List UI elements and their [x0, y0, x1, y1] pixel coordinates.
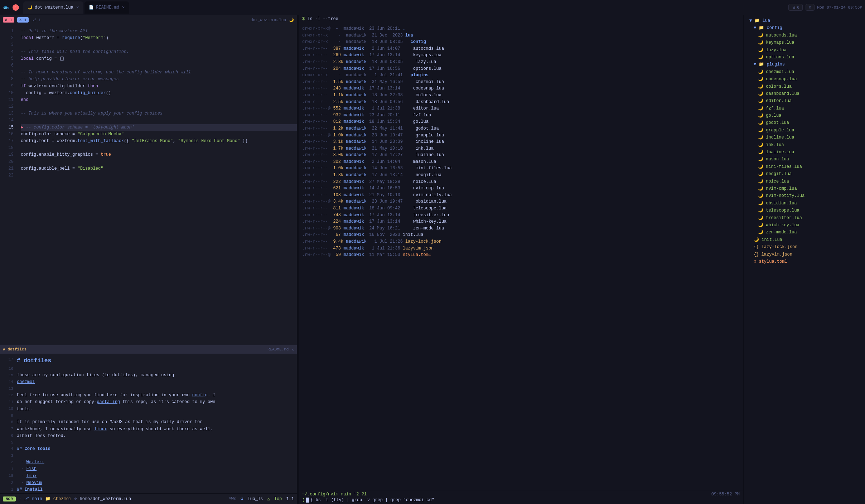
markdown-close-icon[interactable]: ✕	[291, 347, 294, 352]
tree-item-neogit[interactable]: 🌙 neogit.lua	[744, 170, 865, 178]
tree-item-editor[interactable]: 🌙 editor.lua	[744, 97, 865, 105]
terminal-header: $ ls -l --tree	[299, 15, 743, 23]
ls-line-obsidian: .rw-r--r--@ 3.4k maddawik 23 Jun 19:47 o…	[302, 198, 740, 205]
md-line-7: work/home, I occasionally use linux so e…	[17, 426, 293, 433]
tree-item-ink[interactable]: 🌙 ink.lua	[744, 141, 865, 149]
tab-dot-wezterm[interactable]: 🌙 dot_wezterm.lua ✕	[23, 1, 83, 14]
code-line-5: local config = {}	[21, 55, 297, 62]
md-line-5	[17, 440, 293, 446]
tree-item-mason[interactable]: 🌙 mason.lua	[744, 156, 865, 163]
md-line-13	[17, 386, 293, 392]
tab-bar-right: 🖥 0 ⚙ Mon 07/01/24 09:56P	[788, 4, 862, 11]
monitor-count: 0	[797, 5, 799, 10]
tab-bar: 🐟 1 🌙 dot_wezterm.lua ✕ 📄 README.md ✕ 🖥 …	[0, 0, 865, 15]
ls-line-nvim-notify: .rw-r--r-- 108 maddawik 21 May 10:10 nvi…	[302, 192, 740, 199]
tree-item-obsidian[interactable]: 🌙 obsidian.lua	[744, 200, 865, 207]
terminal-prompt-display: $	[302, 16, 307, 21]
tree-item-config[interactable]: ▼ 📁 config	[744, 24, 865, 32]
ls-line-which-key: .rw-r--r-- 224 maddawik 17 Jun 13:14 whi…	[302, 218, 740, 225]
tree-item-chezmoi-lua[interactable]: 🌙 chezmoi.lua	[744, 68, 865, 76]
datetime-display: Mon 07/01/24 09:56P	[817, 5, 862, 10]
bottom-command: { bs -t (tty) | grep -v grep | grep "che…	[310, 498, 434, 503]
markdown-pane: # dotfiles README.md ✕ 17 # dotfiles 16 …	[0, 345, 297, 493]
tab-close-readme[interactable]: ✕	[122, 5, 125, 10]
ls-line-plugins-dir: drwxr-xr-x - maddawik 1 Jul 21:41 plugin…	[302, 72, 740, 79]
editor-file-info: dot_wezterm.lua 🌙	[251, 18, 294, 22]
code-line-2: local wezterm = require("wezterm")	[21, 35, 297, 42]
tree-item-incline[interactable]: 🌙 incline.lua	[744, 134, 865, 141]
tree-item-options[interactable]: 🌙 options.lua	[744, 54, 865, 61]
tree-item-godot[interactable]: 🌙 godot.lua	[744, 119, 865, 126]
tree-item-lazy-lock[interactable]: {} lazy-lock.json	[744, 243, 865, 251]
tab-close-wezterm[interactable]: ✕	[76, 5, 79, 10]
ls-line-colors: .rw-r--r-- 1.1k maddawik 18 Jun 22:38 co…	[302, 92, 740, 99]
tree-item-noice[interactable]: 🌙 noice.lua	[744, 178, 865, 185]
tree-item-fzf[interactable]: 🌙 fzf.lua	[744, 105, 865, 112]
tree-item-codesnap[interactable]: 🌙 codesnap.lua	[744, 76, 865, 83]
status-separator-1: }	[19, 496, 21, 501]
tree-item-dashboard[interactable]: 🌙 dashboard.lua	[744, 90, 865, 97]
tree-item-zen-mode[interactable]: 🌙 zen-mode.lua	[744, 229, 865, 236]
ls-line-neogit: .rw-r--r-- 1.3k maddawik 17 Jun 13:14 ne…	[302, 172, 740, 179]
tab-readme[interactable]: 📄 README.md ✕	[84, 1, 129, 14]
md-line-install: ## Install	[17, 486, 293, 493]
tree-item-lazy[interactable]: 🌙 lazy.lua	[744, 47, 865, 54]
code-line-20	[21, 159, 297, 165]
ls-line-godot: .rw-r--r-- 1.2k maddawik 22 May 11:41 go…	[302, 125, 740, 132]
tree-item-nvim-notify[interactable]: 🌙 nvim-notify.lua	[744, 192, 865, 199]
tree-item-colors[interactable]: 🌙 colors.lua	[744, 83, 865, 90]
md-line-10: tools.	[17, 406, 293, 413]
tree-item-grapple[interactable]: 🌙 grapple.lua	[744, 127, 865, 134]
bottom-status-bar: NOR } ⎇ main 📁 chezmoi ⊘ home/dot_wezter…	[0, 493, 297, 504]
git-branch-indicator: ⎇ 1	[32, 18, 41, 22]
md-line-12: Feel free to use anything you find here …	[17, 392, 293, 399]
ls-line-keymaps: .rw-r--r-- 269 maddawik 17 Jun 13:14 key…	[302, 52, 740, 59]
tree-item-lua[interactable]: ▼ 📁 lua	[744, 17, 865, 24]
ls-line-ink: .rw-r--r-- 1.7k maddawik 21 May 10:10 in…	[302, 145, 740, 152]
editor-pane: ⊘ 1 ⚠ 1 ⎇ 1 dot_wezterm.lua 🌙 12345 6789…	[0, 15, 297, 504]
tree-item-lualine[interactable]: 🌙 lualine.lua	[744, 149, 865, 156]
ls-line-config-dir: drwxr-xr-x - maddawik 18 Jun 08:05 confi…	[302, 39, 740, 45]
tree-item-autocmds[interactable]: 🌙 autocmds.lua	[744, 32, 865, 39]
md-line-6: albeit less tested.	[17, 433, 293, 440]
code-content[interactable]: -- Pull in the wezterm API local wezterm…	[18, 25, 297, 345]
code-line-17: config.font = wezterm.font_with_fallback…	[21, 138, 297, 145]
terminal-scroll[interactable]: drwxr-xr-x@ - maddawik 23 Jun 20:11 . dr…	[299, 23, 743, 490]
tree-item-treesitter[interactable]: 🌙 treesitter.lua	[744, 214, 865, 222]
md-line-wezterm: WezTerm	[17, 459, 293, 466]
md-line-fish: Fish	[17, 466, 293, 472]
ls-line-zen-mode: .rw-r--r--@ 903 maddawik 24 May 16:21 ze…	[302, 225, 740, 232]
tree-item-go[interactable]: 🌙 go.lua	[744, 112, 865, 119]
ls-line-lazy: .rw-r--r-- 2.3k maddawik 18 Jun 08:05 la…	[302, 59, 740, 66]
tree-item-which-key[interactable]: 🌙 which-key.lua	[744, 222, 865, 229]
nvim-prompt: ~/.config/nvim main !2 ?1	[302, 492, 367, 497]
code-line-18	[21, 145, 297, 151]
ls-line-lazyvim: .rw-r--r-- 473 maddawik 1 Jul 21:36 lazy…	[302, 245, 740, 252]
warning-badge: ⚠ 1	[17, 17, 29, 23]
monitor-icon: 🖥	[792, 5, 796, 10]
tab-count-badge: 1	[13, 4, 19, 11]
ls-line-noice: .rw-r--r-- 222 maddawik 27 May 18:29 noi…	[302, 179, 740, 185]
ls-line-grapple: .rw-r--r--@ 1.0k maddawik 23 Jun 19:47 g…	[302, 132, 740, 139]
editor-filename: dot_wezterm.lua	[251, 18, 286, 22]
shortcuts-label: ^Ws	[228, 496, 236, 501]
ls-line-nvim-cmp: .rw-r--r-- 621 maddawik 14 Jun 16:53 nvi…	[302, 185, 740, 192]
tree-item-telescope[interactable]: 🌙 telescope.lua	[744, 207, 865, 214]
tree-item-init[interactable]: 🌙 init.lua	[744, 236, 865, 243]
code-line-8: -- help provide clearer error messages	[21, 76, 297, 83]
config-icon-area: ⚙	[806, 4, 815, 11]
tree-item-nvim-cmp[interactable]: 🌙 nvim-cmp.lua	[744, 185, 865, 192]
terminal-cmd-line[interactable]: ( { bs -t (tty) | grep -v grep | grep "c…	[302, 498, 740, 503]
tree-item-mini-files[interactable]: 🌙 mini-files.lua	[744, 163, 865, 170]
ls-line-options: .rw-r--r-- 204 maddawik 17 Jun 16:56 opt…	[302, 66, 740, 72]
markdown-content: 17 # dotfiles 16 15These are my configur…	[0, 354, 297, 493]
tree-item-lazyvim[interactable]: {} lazyvim.json	[744, 251, 865, 258]
folder-name: chezmoi	[53, 496, 71, 501]
code-line-12	[21, 103, 297, 110]
tree-item-stylua[interactable]: ⚙ stylua.toml	[744, 258, 865, 265]
tab-label-wezterm: dot_wezterm.lua	[35, 5, 73, 10]
terminal-main[interactable]: $ ls -l --tree drwxr-xr-x@ - maddawik 23…	[299, 15, 743, 504]
tree-item-keymaps[interactable]: 🌙 keymaps.lua	[744, 39, 865, 46]
tree-item-plugins[interactable]: ▼ 📁 plugins	[744, 61, 865, 68]
terminal-file-area: $ ls -l --tree drwxr-xr-x@ - maddawik 23…	[299, 15, 865, 504]
